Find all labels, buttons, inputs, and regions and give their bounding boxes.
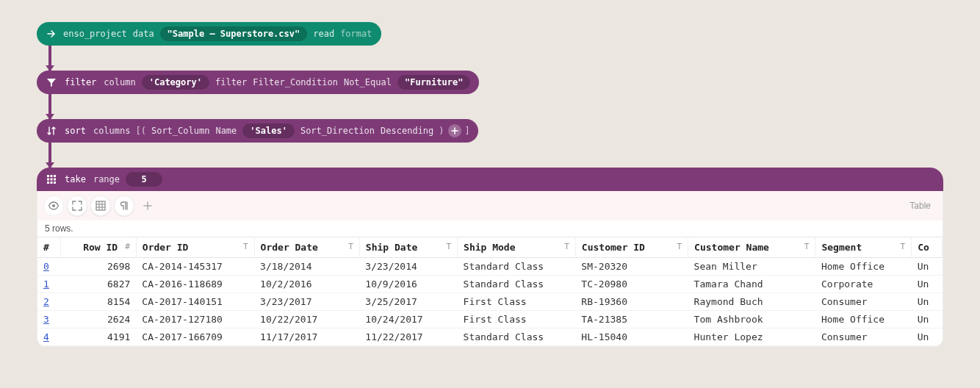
bracket-close: ): [439, 126, 444, 136]
table-cell: 2698: [60, 258, 136, 276]
table-cell: 10/9/2016: [359, 276, 457, 293]
read-arg-pill[interactable]: "Sample – Superstore.csv": [160, 26, 308, 41]
column-header[interactable]: Order IDT: [136, 237, 254, 258]
table-cell: Standard Class: [458, 276, 576, 293]
table-cell: 3/23/2017: [254, 293, 359, 311]
filter-op: filter: [65, 77, 96, 87]
table-cell: 8154: [60, 293, 136, 311]
row-index-link[interactable]: 4: [43, 331, 49, 342]
table-cell: 10/2/2016: [254, 276, 359, 293]
text-type-icon: T: [564, 242, 569, 251]
table-cell: Standard Class: [458, 328, 576, 346]
svg-rect-1: [51, 175, 53, 177]
table-cell: Un: [912, 311, 943, 328]
table-cell: HL-15040: [575, 328, 688, 346]
table-cell[interactable]: 4: [37, 328, 60, 346]
table-cell: Un: [912, 328, 943, 346]
bracket-close2: ]: [465, 126, 470, 136]
plus-icon[interactable]: [137, 195, 158, 216]
table-cell: CA-2017-140151: [136, 293, 254, 311]
table-cell: CA-2016-118689: [136, 276, 254, 293]
row-index-link[interactable]: 3: [43, 314, 49, 325]
node-take[interactable]: take range 5: [37, 168, 943, 191]
table-cell: Un: [912, 293, 943, 311]
take-range-kw: range: [93, 174, 120, 184]
column-header[interactable]: SegmentT: [815, 237, 912, 258]
table-cell: CA-2014-145317: [136, 258, 254, 276]
column-header[interactable]: Order DateT: [254, 237, 359, 258]
filter-column-kw: column: [104, 77, 135, 87]
output-toolbar: Table: [37, 191, 943, 220]
text-type-icon: T: [348, 242, 353, 251]
table-cell: Un: [912, 258, 943, 276]
row-index-link[interactable]: 0: [43, 261, 49, 272]
sort-columns-kw: columns: [93, 126, 131, 136]
table-cell: Un: [912, 276, 943, 293]
table-cell: 11/22/2017: [359, 328, 457, 346]
column-header[interactable]: Ship DateT: [359, 237, 457, 258]
table-row: 16827CA-2016-11868910/2/201610/9/2016Sta…: [37, 276, 943, 293]
connector: [48, 94, 51, 119]
table-cell: SM-20320: [575, 258, 688, 276]
bracket-open: [(: [135, 126, 145, 136]
node-sort[interactable]: sort columns [( Sort_Column Name 'Sales'…: [37, 119, 478, 143]
column-header[interactable]: Ship ModeT: [458, 237, 576, 258]
column-header[interactable]: #: [37, 237, 60, 258]
table-cell: 3/18/2014: [254, 258, 359, 276]
table-cell: 10/24/2017: [359, 311, 457, 328]
table-cell: Consumer: [815, 293, 912, 311]
data-table: #Row ID#Order IDTOrder DateTShip DateTSh…: [37, 237, 943, 346]
output-panel: Table 5 rows. #Row ID#Order IDTOrder Dat…: [37, 191, 943, 347]
pilcrow-icon[interactable]: [114, 195, 134, 216]
sort-name-val[interactable]: 'Sales': [242, 123, 295, 138]
table-cell: 2624: [60, 311, 136, 328]
row-index-link[interactable]: 1: [43, 279, 49, 290]
add-sort-column-button[interactable]: [448, 124, 461, 137]
svg-rect-7: [51, 182, 53, 184]
table-cell: Home Office: [815, 311, 912, 328]
table-cell: 6827: [60, 276, 136, 293]
sort-icon: [44, 123, 59, 138]
sort-name-kw: Name: [215, 126, 237, 136]
svg-rect-4: [51, 179, 53, 181]
svg-rect-5: [54, 179, 56, 181]
filter-column-val[interactable]: 'Category': [142, 75, 209, 90]
output-type-label: Table: [909, 201, 931, 211]
table-view-icon[interactable]: [90, 195, 111, 216]
read-method: data: [133, 29, 154, 39]
number-type-icon: #: [125, 242, 130, 251]
text-type-icon: T: [446, 242, 451, 251]
row-index-link[interactable]: 2: [43, 296, 49, 307]
read-param: format: [340, 29, 372, 39]
read-prefix: enso_project: [63, 29, 127, 39]
grid-icon: [44, 172, 59, 187]
node-filter[interactable]: filter column 'Category' filter Filter_C…: [37, 71, 479, 94]
table-cell: TC-20980: [575, 276, 688, 293]
svg-rect-0: [47, 175, 49, 177]
column-header[interactable]: Co: [912, 237, 943, 258]
table-cell[interactable]: 2: [37, 293, 60, 311]
table-row: 32624CA-2017-12718010/22/201710/24/2017F…: [37, 311, 943, 328]
table-cell[interactable]: 1: [37, 276, 60, 293]
table-cell: First Class: [458, 293, 576, 311]
take-op: take: [65, 174, 86, 184]
funnel-icon: [44, 75, 59, 90]
column-header[interactable]: Row ID#: [60, 237, 136, 258]
eye-icon[interactable]: [43, 195, 64, 216]
column-header[interactable]: Customer IDT: [575, 237, 688, 258]
node-read[interactable]: enso_project data "Sample – Superstore.c…: [37, 22, 381, 46]
expand-icon[interactable]: [67, 195, 87, 216]
filter-cond-val[interactable]: "Furniture": [397, 75, 470, 90]
table-cell: RB-19360: [575, 293, 688, 311]
take-range-val[interactable]: 5: [126, 172, 162, 187]
table-cell[interactable]: 3: [37, 311, 60, 328]
table-cell: CA-2017-127180: [136, 311, 254, 328]
sort-dir-type: Sort_Direction: [300, 126, 375, 136]
text-type-icon: T: [243, 242, 248, 251]
column-header[interactable]: Customer NameT: [688, 237, 815, 258]
table-cell: 11/17/2017: [254, 328, 359, 346]
sort-dir-val: Descending: [381, 126, 433, 136]
table-cell[interactable]: 0: [37, 258, 60, 276]
svg-rect-3: [47, 179, 49, 181]
table-row: 44191CA-2017-16670911/17/201711/22/2017S…: [37, 328, 943, 346]
